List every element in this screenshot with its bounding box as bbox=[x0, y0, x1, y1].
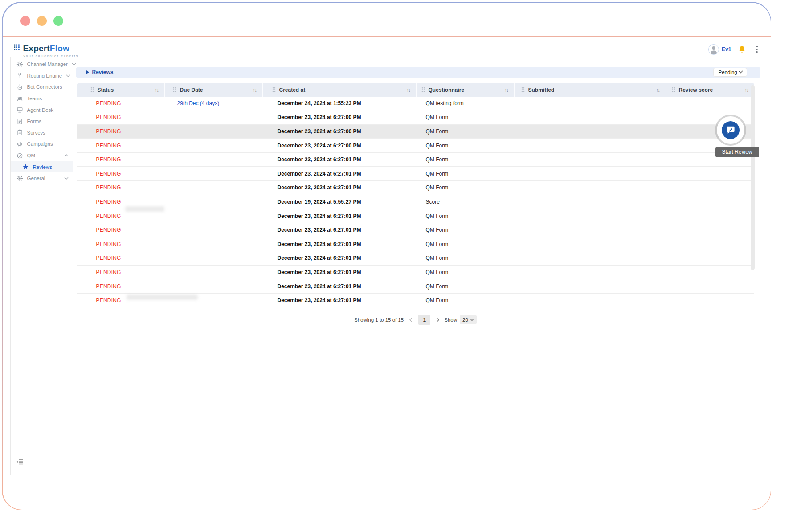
people-icon bbox=[16, 95, 23, 102]
status-filter-select[interactable]: Pending bbox=[713, 68, 747, 77]
monitor-icon bbox=[16, 106, 23, 113]
drag-handle-icon[interactable] bbox=[90, 87, 94, 93]
sidebar-item-general[interactable]: General bbox=[11, 172, 73, 184]
column-header-created-at[interactable]: Created at↑↓ bbox=[263, 83, 417, 97]
app-window: ExpertFlow your callcenter experts Ev1 bbox=[2, 2, 771, 510]
sidebar-item-teams[interactable]: Teams bbox=[11, 93, 73, 104]
drag-handle-icon[interactable] bbox=[672, 87, 675, 93]
close-button[interactable] bbox=[20, 16, 30, 26]
table-row[interactable]: PENDINGDecember 23, 2024 at 6:27:01 PMQM… bbox=[77, 251, 754, 266]
chevron-down-icon bbox=[738, 70, 743, 74]
sidebar-item-label: Bot Connectors bbox=[27, 84, 62, 90]
sidebar-item-forms[interactable]: Forms bbox=[11, 115, 73, 127]
sidebar-item-campaigns[interactable]: Campaigns bbox=[11, 139, 73, 150]
chevron-up-icon bbox=[64, 154, 69, 157]
page-number-button[interactable]: 1 bbox=[418, 315, 430, 325]
breadcrumb-label: Reviews bbox=[92, 69, 114, 75]
table-row[interactable]: PENDINGDecember 23, 2024 at 6:27:00 PMQM… bbox=[77, 125, 754, 139]
created-cell: December 23, 2024 at 6:27:01 PM bbox=[263, 283, 417, 290]
start-review-button[interactable] bbox=[715, 115, 746, 146]
drag-handle-icon[interactable] bbox=[421, 87, 425, 93]
table-scrollbar[interactable] bbox=[751, 85, 755, 270]
table-row[interactable]: PENDINGDecember 23, 2024 at 6:27:01 PMQM… bbox=[77, 167, 754, 181]
quest-cell: QM Form bbox=[417, 171, 515, 177]
created-cell: December 23, 2024 at 6:27:01 PM bbox=[263, 297, 417, 303]
user-name[interactable]: Ev1 bbox=[722, 46, 731, 53]
column-label: Questionnaire bbox=[429, 87, 465, 93]
sidebar-item-label: Teams bbox=[27, 96, 42, 101]
sort-icon[interactable]: ↑↓ bbox=[407, 87, 410, 93]
column-header-due-date[interactable]: Due Date↑↓ bbox=[165, 83, 263, 97]
next-page-icon[interactable] bbox=[436, 317, 440, 323]
created-cell: December 23, 2024 at 6:27:01 PM bbox=[263, 184, 417, 191]
sort-icon[interactable]: ↑↓ bbox=[505, 87, 508, 93]
drag-handle-icon[interactable] bbox=[173, 87, 176, 93]
quest-cell: QM Form bbox=[417, 255, 515, 261]
sidebar-item-routing-engine[interactable]: Routing Engine bbox=[11, 70, 73, 82]
table-row[interactable]: PENDINGDecember 23, 2024 at 6:27:01 PMQM… bbox=[77, 237, 754, 251]
drag-handle-icon[interactable] bbox=[272, 87, 276, 93]
created-cell: December 23, 2024 at 6:27:01 PM bbox=[263, 171, 417, 177]
table-row[interactable]: PENDINGDecember 19, 2024 at 5:55:27 PMSc… bbox=[77, 195, 754, 209]
sort-icon[interactable]: ↑↓ bbox=[155, 87, 159, 93]
sidebar-collapse-icon[interactable] bbox=[16, 458, 24, 467]
gear-icon bbox=[16, 175, 23, 182]
column-header-submitted[interactable]: Submitted↑↓ bbox=[515, 83, 666, 97]
bell-icon[interactable] bbox=[738, 45, 746, 53]
sort-icon[interactable]: ↑↓ bbox=[656, 87, 660, 93]
sidebar-item-qm[interactable]: QM bbox=[11, 150, 73, 161]
column-header-status[interactable]: Status↑↓ bbox=[77, 83, 165, 97]
table-row[interactable]: PENDINGDecember 23, 2024 at 6:27:01 PMQM… bbox=[77, 279, 754, 294]
table-row[interactable]: PENDING29th Dec (4 days)December 24, 202… bbox=[77, 97, 754, 111]
chevron-down-icon bbox=[470, 319, 474, 321]
table-row[interactable]: PENDINGDecember 23, 2024 at 6:27:01 PMQM… bbox=[77, 223, 754, 237]
due-cell[interactable]: 29th Dec (4 days) bbox=[165, 100, 263, 106]
created-cell: December 23, 2024 at 6:27:01 PM bbox=[263, 227, 417, 233]
previous-page-icon[interactable] bbox=[409, 317, 413, 323]
minimize-button[interactable] bbox=[37, 16, 47, 26]
sidebar-item-reviews[interactable]: Reviews bbox=[11, 161, 73, 173]
sidebar-item-label: Channel Manager bbox=[27, 61, 68, 67]
status-filter-value: Pending bbox=[719, 70, 737, 75]
chevron-down-icon bbox=[72, 63, 76, 65]
quest-cell: QM Form bbox=[417, 184, 515, 191]
drag-handle-icon[interactable] bbox=[521, 87, 525, 93]
chevron-down-icon bbox=[64, 177, 69, 180]
column-label: Created at bbox=[279, 87, 306, 93]
column-label: Status bbox=[98, 87, 114, 93]
breadcrumb[interactable]: Reviews bbox=[86, 69, 114, 75]
zoom-button[interactable] bbox=[53, 16, 63, 26]
table-row[interactable]: PENDINGDecember 23, 2024 at 6:27:01 PMQM… bbox=[77, 153, 754, 167]
sidebar-item-bot-connectors[interactable]: Bot Connectors bbox=[11, 82, 73, 93]
sort-icon[interactable]: ↑↓ bbox=[253, 87, 257, 93]
traffic-lights bbox=[20, 16, 63, 26]
page-size-value: 20 bbox=[462, 317, 468, 323]
status-cell: PENDING bbox=[77, 255, 165, 261]
document-icon bbox=[16, 118, 23, 125]
sidebar-item-surveys[interactable]: Surveys bbox=[11, 127, 73, 139]
column-header-questionnaire[interactable]: Questionnaire↑↓ bbox=[417, 83, 515, 97]
table-row[interactable]: PENDINGDecember 23, 2024 at 6:27:01 PMQM… bbox=[77, 266, 754, 280]
table-row[interactable]: PENDINGDecember 23, 2024 at 6:27:01 PMQM… bbox=[77, 209, 754, 223]
chat-edit-icon bbox=[726, 125, 735, 135]
status-cell: PENDING bbox=[77, 283, 165, 290]
quest-cell: QM Form bbox=[417, 128, 515, 135]
created-cell: December 23, 2024 at 6:27:01 PM bbox=[263, 213, 417, 219]
table-row[interactable]: PENDINGDecember 23, 2024 at 6:27:01 PMQM… bbox=[77, 181, 754, 195]
table-row[interactable]: PENDINGDecember 23, 2024 at 6:27:00 PMQM… bbox=[77, 110, 754, 125]
avatar[interactable] bbox=[708, 44, 719, 55]
content-right-border bbox=[758, 67, 758, 475]
sidebar-item-agent-desk[interactable]: Agent Desk bbox=[11, 104, 73, 116]
kebab-menu-icon[interactable] bbox=[754, 45, 760, 54]
column-header-review-score[interactable]: Review score↑↓ bbox=[666, 83, 754, 97]
quest-cell: QM Form bbox=[417, 283, 515, 290]
quest-cell: QM Form bbox=[417, 143, 515, 149]
page-size-select[interactable]: 20 bbox=[460, 315, 477, 324]
sidebar-item-channel-manager[interactable]: Channel Manager bbox=[11, 59, 73, 70]
sort-icon[interactable]: ↑↓ bbox=[745, 87, 748, 93]
sidebar: Channel ManagerRouting EngineBot Connect… bbox=[10, 57, 73, 475]
sidebar-item-label: Forms bbox=[27, 119, 42, 124]
header-user-cluster: Ev1 bbox=[708, 44, 760, 55]
brand-name: ExpertFlow bbox=[23, 44, 69, 53]
table-row[interactable]: PENDINGDecember 23, 2024 at 6:27:00 PMQM… bbox=[77, 139, 754, 153]
